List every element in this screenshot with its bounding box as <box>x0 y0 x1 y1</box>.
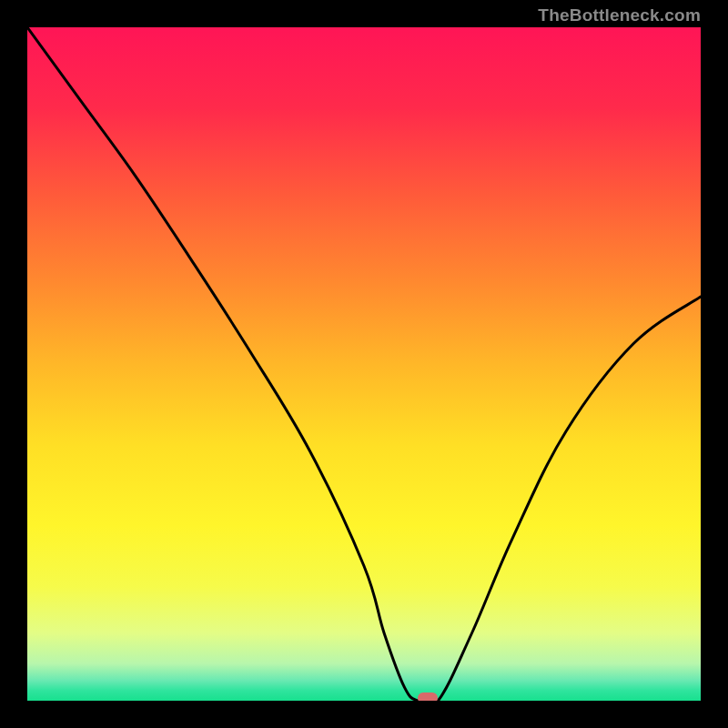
bottleneck-curve <box>27 27 701 701</box>
curve-layer <box>27 27 701 701</box>
chart-frame: TheBottleneck.com <box>0 0 728 728</box>
watermark-text: TheBottleneck.com <box>538 5 701 25</box>
optimal-point-marker <box>418 693 438 701</box>
plot-area <box>27 27 701 701</box>
